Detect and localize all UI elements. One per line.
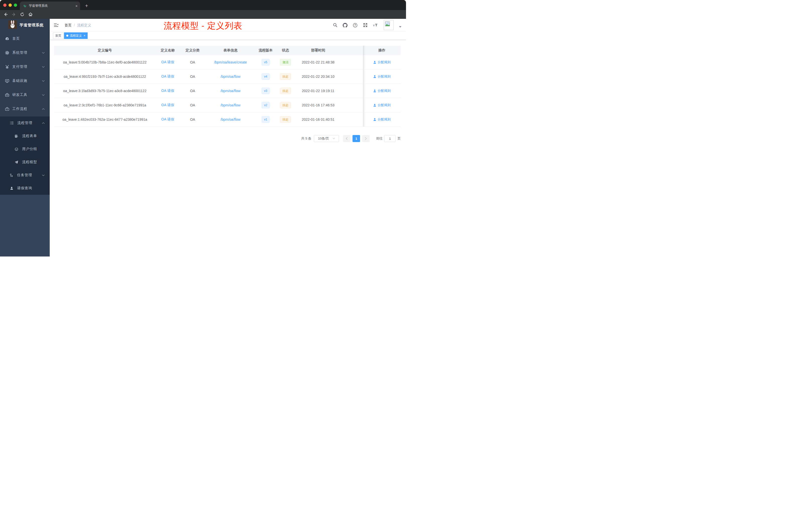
col-process-version: 流程版本 bbox=[256, 46, 276, 55]
user-icon bbox=[373, 118, 376, 121]
deploy-time: 2022-01-16 01:40:51 bbox=[295, 113, 341, 126]
hamburger-icon[interactable] bbox=[54, 23, 58, 27]
col-definition-name: 定义名称 bbox=[156, 46, 180, 55]
assign-rule-link[interactable]: 分配规则 bbox=[373, 103, 391, 108]
definition-name-link[interactable]: OA 请假 bbox=[161, 74, 174, 79]
tag-active-process-definition[interactable]: 流程定义 × bbox=[64, 32, 88, 39]
back-icon[interactable] bbox=[3, 12, 8, 17]
github-icon[interactable] bbox=[343, 23, 348, 28]
goto-label: 前往 bbox=[376, 136, 383, 141]
breadcrumb-home[interactable]: 首页 bbox=[64, 23, 71, 28]
definition-category: OA bbox=[180, 98, 205, 112]
user-icon bbox=[373, 104, 376, 107]
fullscreen-icon[interactable] bbox=[363, 23, 368, 28]
zoom-window-button[interactable] bbox=[14, 3, 17, 7]
definition-category: OA bbox=[180, 113, 205, 126]
sidebar-item-process-form[interactable]: 流程表单 bbox=[0, 129, 50, 143]
new-tab-button[interactable]: + bbox=[83, 2, 90, 9]
toolbox-icon bbox=[5, 93, 9, 97]
minimize-window-button[interactable] bbox=[8, 3, 12, 7]
chevron-down-icon bbox=[42, 66, 45, 68]
definition-name-link[interactable]: OA 请假 bbox=[161, 89, 174, 93]
browser-toolbar: 不安全 dashboard.yudao.iocoder.cn/bpm/manag… bbox=[0, 10, 406, 19]
sidebar-item-process-mgmt[interactable]: 流程管理 bbox=[0, 117, 50, 129]
breadcrumb-current: 流程定义 bbox=[77, 23, 91, 28]
sidebar-item-leave-query[interactable]: 请假查询 bbox=[0, 182, 50, 195]
person-icon bbox=[10, 186, 13, 190]
page-size-select[interactable]: 10条/页 bbox=[314, 135, 339, 142]
sidebar-item-system[interactable]: 系统管理 bbox=[0, 46, 50, 60]
annotation-title: 流程模型 - 定义列表 bbox=[164, 20, 242, 32]
sidebar-item-home[interactable]: 首页 bbox=[0, 32, 50, 46]
sidebar: 芋道管理系统 首页 系统管理 支付管理 基 bbox=[0, 19, 50, 256]
avatar-dropdown-caret-icon[interactable] bbox=[399, 26, 402, 28]
app-root: 芋道管理系统 首页 系统管理 支付管理 基 bbox=[0, 19, 406, 256]
sidebar-item-workflow[interactable]: 工作流程 bbox=[0, 102, 50, 116]
col-actions: 操作 bbox=[363, 46, 401, 55]
broken-image-icon bbox=[384, 21, 390, 27]
definition-name-link[interactable]: OA 请假 bbox=[161, 103, 174, 108]
definition-id: oa_leave:3:1fad3d93-7b75-11ec-a3c8-acde4… bbox=[54, 84, 156, 98]
tag-close-icon[interactable]: × bbox=[84, 34, 85, 37]
status-badge: 挂起 bbox=[280, 116, 291, 123]
table-row: oa_leave:1:482ec033-762a-11ec-8477-a2380… bbox=[54, 113, 401, 127]
goto-page-input[interactable] bbox=[384, 135, 396, 142]
avatar[interactable] bbox=[384, 20, 394, 30]
assign-rule-link[interactable]: 分配规则 bbox=[373, 117, 391, 122]
assign-rule-link[interactable]: 分配规则 bbox=[373, 89, 391, 93]
chevron-down-icon bbox=[42, 175, 45, 176]
paper-plane-icon bbox=[14, 160, 18, 164]
sidebar-item-process-model[interactable]: 流程模型 bbox=[0, 156, 50, 169]
definition-category: OA bbox=[180, 55, 205, 69]
sidebar-item-infrastructure[interactable]: 基础设施 bbox=[0, 74, 50, 88]
deploy-time: 2022-01-22 21:48:38 bbox=[295, 55, 341, 69]
page-number-1[interactable]: 1 bbox=[352, 135, 360, 142]
definition-name-link[interactable]: OA 请假 bbox=[161, 60, 174, 64]
tag-home[interactable]: 首页 bbox=[53, 32, 63, 39]
form-link[interactable]: /bpm/oa/flow bbox=[221, 103, 240, 107]
sidebar-item-devtools[interactable]: 研发工具 bbox=[0, 88, 50, 102]
browser-tab[interactable]: 芋道管理系统 × bbox=[20, 1, 80, 10]
sidebar-item-user-group[interactable]: 用户分组 bbox=[0, 143, 50, 156]
reload-icon[interactable] bbox=[20, 12, 25, 17]
monitor-icon bbox=[5, 79, 9, 83]
form-link[interactable]: /bpm/oa/leave/create bbox=[214, 60, 247, 64]
home-icon[interactable] bbox=[28, 12, 33, 17]
status-badge: 激活 bbox=[280, 59, 291, 65]
definition-category: OA bbox=[180, 69, 205, 84]
chevron-up-icon bbox=[42, 108, 45, 110]
tags-view-bar: 首页 流程定义 × bbox=[50, 31, 406, 40]
assign-rule-link[interactable]: 分配规则 bbox=[373, 74, 391, 79]
table-row: oa_leave:5:004b710b-7b8a-11ec-8ef0-acde4… bbox=[54, 55, 401, 69]
tab-close-icon[interactable]: × bbox=[75, 4, 78, 8]
form-link[interactable]: /bpm/oa/flow bbox=[221, 89, 240, 93]
version-tag: v3 bbox=[262, 88, 270, 94]
user-icon bbox=[373, 61, 376, 64]
sidebar-logo[interactable]: 芋道管理系统 bbox=[0, 19, 50, 32]
prev-page-button[interactable] bbox=[343, 135, 350, 142]
version-tag: v2 bbox=[262, 102, 270, 109]
assign-rule-link[interactable]: 分配规则 bbox=[373, 60, 391, 64]
yen-icon bbox=[5, 65, 9, 69]
sidebar-item-task-mgmt[interactable]: 任务管理 bbox=[0, 169, 50, 182]
form-link[interactable]: /bpm/oa/flow bbox=[221, 74, 240, 79]
table-row: oa_leave:2:3c1f0ef1-76b1-11ec-9c66-a2380… bbox=[54, 98, 401, 113]
table-row: oa_leave:4:991f2193-7b7f-11ec-a3c8-acde4… bbox=[54, 69, 401, 84]
sidebar-item-payment[interactable]: 支付管理 bbox=[0, 60, 50, 74]
forward-icon[interactable] bbox=[11, 12, 16, 17]
form-link[interactable]: /bpm/oa/flow bbox=[221, 117, 240, 121]
pagination: 共 5 条 10条/页 1 前往 页 bbox=[301, 135, 401, 142]
version-tag: v5 bbox=[262, 59, 270, 65]
logo-avatar bbox=[8, 20, 17, 29]
version-tag: v1 bbox=[262, 116, 270, 123]
tab-strip: 芋道管理系统 × + bbox=[0, 0, 406, 10]
definition-name-link[interactable]: OA 请假 bbox=[161, 117, 174, 122]
next-page-button[interactable] bbox=[362, 135, 370, 142]
close-window-button[interactable] bbox=[3, 3, 6, 7]
font-size-icon[interactable]: TT bbox=[373, 23, 378, 27]
page-content: 定义编号 定义名称 定义分类 表单信息 流程版本 状态 部署时间 操作 oa_l… bbox=[50, 40, 406, 256]
help-icon[interactable]: ? bbox=[353, 23, 357, 28]
col-definition-category: 定义分类 bbox=[180, 46, 205, 55]
tab-title: 芋道管理系统 bbox=[29, 4, 75, 8]
search-icon[interactable] bbox=[333, 23, 338, 27]
